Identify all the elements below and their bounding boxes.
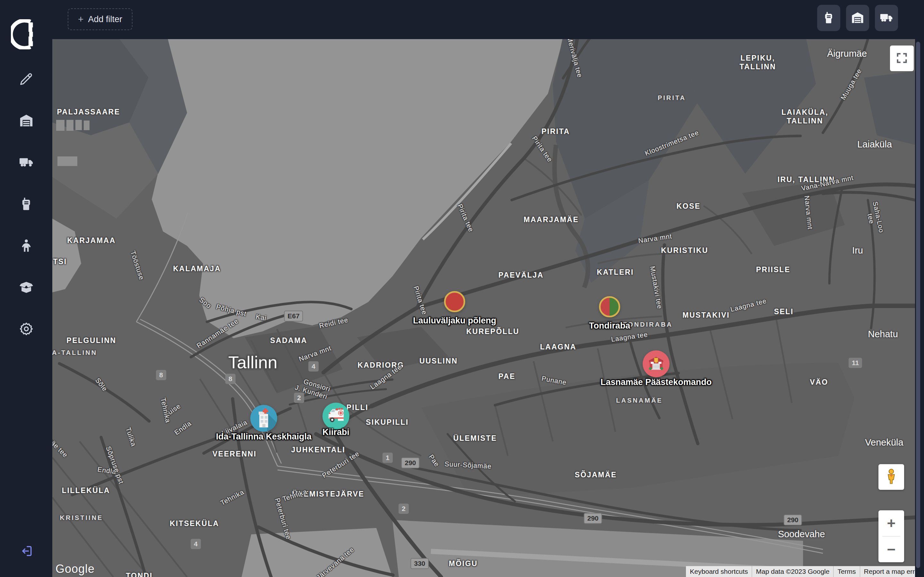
scrollbar-thumb[interactable] [916, 42, 920, 568]
plus-icon: + [78, 15, 84, 24]
marker-hospital[interactable] [250, 405, 277, 432]
marker-incident-red[interactable] [443, 290, 467, 314]
add-filter-button[interactable]: + Add filter [68, 8, 132, 30]
marker-fire-station[interactable] [643, 350, 670, 377]
fullscreen-icon [895, 52, 908, 65]
garage-icon [19, 113, 34, 129]
sidebar [0, 0, 52, 577]
map-attribution: Keyboard shortcuts Map data ©2023 Google… [686, 566, 915, 577]
add-filter-label: Add filter [88, 15, 123, 24]
radio-icon [822, 11, 835, 25]
brand-logo[interactable] [11, 19, 41, 49]
toggle-vehicle-button[interactable] [875, 5, 898, 31]
marker-incident-split[interactable] [598, 295, 622, 319]
box-icon [19, 280, 34, 295]
google-logo[interactable]: Google [55, 562, 95, 576]
sidebar-item-settings[interactable] [16, 319, 37, 340]
sidebar-nav [0, 69, 52, 340]
map-data-text: Map data ©2023 Google [752, 566, 833, 577]
gear-icon [19, 322, 34, 337]
sidebar-item-edit[interactable] [16, 69, 37, 89]
sidebar-item-vehicles[interactable] [16, 152, 37, 173]
map-roads-layer [52, 39, 915, 577]
sidebar-item-inventory[interactable] [16, 277, 37, 298]
person-icon [19, 238, 34, 254]
keyboard-shortcuts-link[interactable]: Keyboard shortcuts [686, 566, 752, 577]
fullscreen-button[interactable] [890, 45, 914, 71]
header: + Add filter [52, 0, 924, 39]
marker-ambulance[interactable] [322, 403, 349, 430]
garage-icon [851, 11, 864, 25]
zoom-in-button[interactable]: + [879, 510, 904, 536]
radio-icon [19, 197, 34, 212]
header-toggles [817, 5, 898, 31]
truck-icon [19, 155, 34, 171]
logout-icon [19, 544, 33, 559]
pegman-button[interactable] [879, 464, 904, 490]
pencil-icon [19, 71, 34, 87]
right-edge [915, 0, 924, 577]
report-error-link[interactable]: Report a map error [860, 566, 915, 577]
toggle-radio-button[interactable] [817, 5, 840, 31]
truck-icon [880, 11, 893, 25]
pegman-icon [883, 468, 900, 486]
sidebar-item-personnel[interactable] [16, 235, 37, 256]
zoom-out-button[interactable]: − [879, 537, 904, 562]
sidebar-item-radios[interactable] [16, 194, 37, 214]
logout-button[interactable] [16, 541, 37, 562]
sidebar-item-stations[interactable] [16, 111, 37, 131]
terms-link[interactable]: Terms [833, 566, 859, 577]
toggle-station-button[interactable] [846, 5, 869, 31]
map-canvas[interactable]: PALJASSAAREKARJAMAAKALAMAJAPELGULINNTSIJ… [52, 39, 915, 577]
zoom-control: + − [879, 510, 904, 562]
